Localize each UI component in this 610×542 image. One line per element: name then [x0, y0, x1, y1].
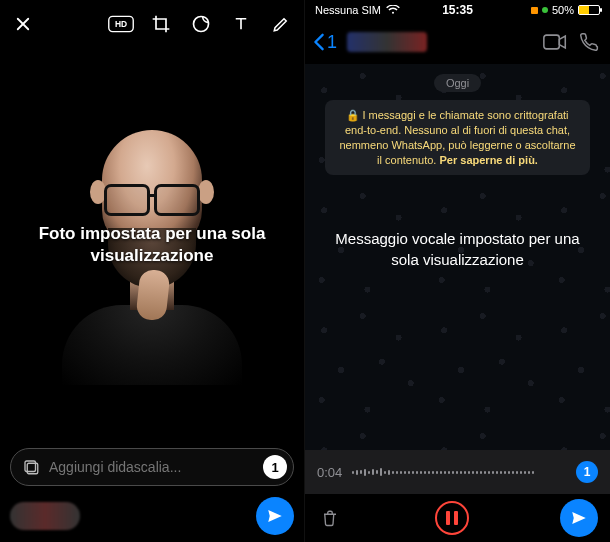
back-count-label: 1 [327, 32, 337, 53]
close-icon[interactable] [10, 11, 36, 37]
send-voice-button[interactable] [560, 499, 598, 537]
status-bar: Nessuna SIM 15:35 50% [305, 0, 610, 20]
chat-title[interactable] [347, 32, 427, 52]
send-button[interactable] [256, 497, 294, 535]
voice-waveform[interactable] [352, 465, 566, 479]
hd-quality-icon[interactable]: HD [108, 11, 134, 37]
editor-toolbar: HD [0, 0, 304, 48]
crop-rotate-icon[interactable] [148, 11, 174, 37]
photo-content [42, 120, 262, 370]
caption-input[interactable] [49, 459, 255, 475]
svg-text:HD: HD [115, 19, 127, 29]
recipient-chip[interactable] [10, 502, 80, 530]
text-tool-icon[interactable] [228, 11, 254, 37]
encryption-notice[interactable]: 🔒I messaggi e le chiamate sono crittogra… [325, 100, 590, 175]
encryption-learn-more-link[interactable]: Per saperne di più. [439, 154, 537, 166]
audio-call-icon[interactable] [576, 29, 602, 55]
voice-duration-label: 0:04 [317, 465, 342, 480]
chat-nav-bar: 1 [305, 20, 610, 64]
viewonce-toggle[interactable]: 1 [263, 455, 287, 479]
draw-tool-icon[interactable] [268, 11, 294, 37]
caption-bar[interactable]: 1 [10, 448, 294, 486]
editor-bottom-bar [0, 490, 304, 542]
media-picker-icon[interactable] [21, 457, 41, 477]
voice-recording-controls [305, 494, 610, 542]
pause-recording-button[interactable] [435, 501, 469, 535]
date-separator: Oggi [434, 74, 481, 92]
sticker-icon[interactable] [188, 11, 214, 37]
voice-message-preview[interactable]: 0:04 1 [305, 450, 610, 494]
photo-editor-pane: HD Foto impostata per una sola visualizz… [0, 0, 305, 542]
back-button[interactable]: 1 [313, 32, 337, 53]
svg-rect-6 [544, 35, 559, 49]
video-call-icon[interactable] [542, 29, 568, 55]
voice-viewonce-toggle[interactable]: 1 [576, 461, 598, 483]
battery-icon [578, 5, 600, 15]
chat-pane: Nessuna SIM 15:35 50% 1 Oggi 🔒I messaggi… [305, 0, 610, 542]
voice-viewonce-overlay-text: Messaggio vocale impostato per una sola … [305, 229, 610, 270]
photo-preview: Foto impostata per una sola visualizzazi… [0, 48, 304, 442]
delete-recording-button[interactable] [317, 505, 343, 531]
clock-label: 15:35 [305, 3, 610, 17]
lock-icon: 🔒 [346, 109, 360, 121]
chat-messages-area[interactable]: Oggi 🔒I messaggi e le chiamate sono crit… [305, 64, 610, 450]
